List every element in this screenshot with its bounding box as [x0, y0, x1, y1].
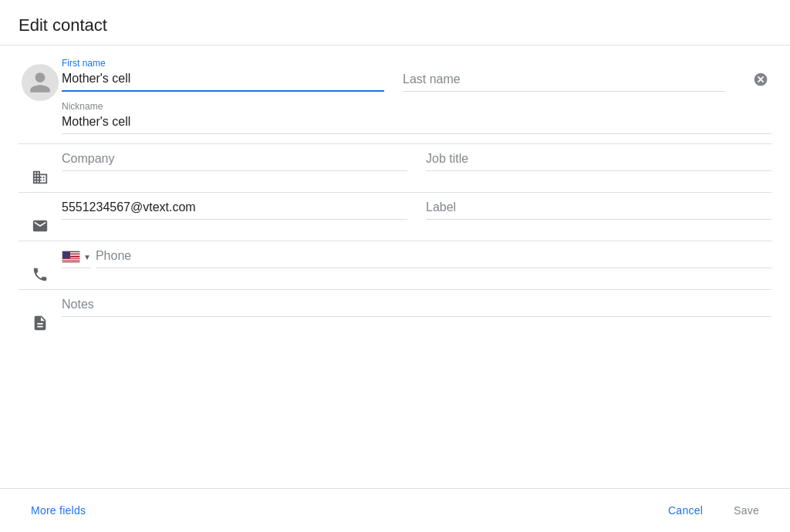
email-fields	[62, 199, 771, 223]
last-name-group	[403, 71, 725, 92]
company-fields	[62, 150, 771, 174]
chevron-down-icon: ▼	[83, 253, 91, 261]
email-icon-wrap	[19, 199, 62, 234]
person-icon	[28, 70, 52, 95]
nickname-input[interactable]	[62, 113, 771, 134]
divider-1	[19, 143, 771, 144]
email-section	[19, 199, 771, 234]
job-title-input[interactable]	[426, 150, 771, 171]
us-flag-icon	[62, 251, 80, 263]
cancel-button[interactable]: Cancel	[656, 498, 715, 523]
name-row-inputs: First name	[62, 58, 771, 95]
email-icon	[32, 217, 49, 234]
dialog-footer: More fields Cancel Save	[0, 488, 790, 532]
phone-group	[96, 247, 771, 268]
first-name-group: First name	[62, 58, 384, 92]
clear-icon	[753, 72, 768, 87]
notes-icon-wrap	[19, 296, 62, 332]
first-name-label: First name	[62, 58, 384, 69]
dialog-body: First name Nickname	[0, 45, 790, 488]
nickname-row: Nickname	[62, 101, 771, 137]
company-icon-wrap	[19, 150, 62, 186]
footer-left: More fields	[19, 498, 98, 523]
email-group	[62, 199, 407, 220]
country-selector[interactable]: ▼	[62, 251, 91, 268]
email-label-group	[426, 199, 771, 220]
phone-icon	[32, 266, 49, 283]
avatar	[22, 64, 59, 101]
phone-icon-wrap	[19, 247, 62, 283]
nickname-label: Nickname	[62, 101, 771, 112]
edit-contact-dialog: Edit contact First name	[0, 0, 790, 532]
phone-fields: ▼	[62, 247, 771, 271]
phone-section: ▼	[19, 247, 771, 283]
company-fields-row	[62, 150, 771, 174]
notes-group	[62, 296, 771, 317]
phone-input[interactable]	[96, 247, 771, 268]
email-fields-row	[62, 199, 771, 223]
company-input[interactable]	[62, 150, 407, 171]
dialog-title: Edit contact	[19, 15, 771, 35]
save-button[interactable]: Save	[721, 498, 771, 523]
email-label-input[interactable]	[426, 199, 771, 220]
clear-name-button[interactable]	[750, 69, 771, 90]
name-section: First name Nickname	[19, 58, 771, 137]
more-fields-button[interactable]: More fields	[19, 498, 98, 523]
building-icon	[32, 169, 49, 186]
company-section	[19, 150, 771, 186]
divider-3	[19, 241, 771, 241]
notes-icon	[32, 315, 49, 332]
nickname-group: Nickname	[62, 101, 771, 134]
name-fields: First name Nickname	[62, 58, 771, 137]
first-name-input[interactable]	[62, 70, 384, 92]
dialog-header: Edit contact	[0, 0, 790, 45]
divider-4	[19, 289, 771, 290]
avatar-wrap	[19, 58, 62, 101]
job-title-group	[426, 150, 771, 171]
footer-right: Cancel Save	[656, 498, 771, 523]
phone-flag-row: ▼	[62, 247, 771, 271]
divider-2	[19, 192, 771, 193]
last-name-input[interactable]	[403, 71, 725, 92]
company-group	[62, 150, 407, 171]
notes-fields	[62, 296, 771, 320]
email-input[interactable]	[62, 199, 407, 220]
notes-input[interactable]	[62, 296, 771, 317]
notes-section	[19, 296, 771, 332]
